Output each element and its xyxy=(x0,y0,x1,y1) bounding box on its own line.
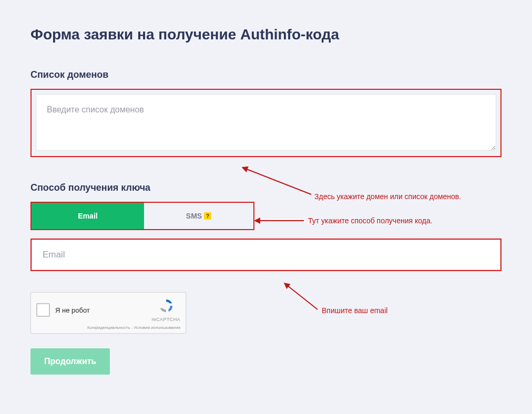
recaptcha-widget: Я не робот reCAPTCHA Конфиденциальность … xyxy=(30,292,186,334)
tab-sms[interactable]: SMS ? xyxy=(144,203,253,229)
method-tabs-highlight: Email SMS ? xyxy=(30,202,254,230)
submit-button[interactable]: Продолжить xyxy=(30,348,110,375)
domains-textarea[interactable] xyxy=(36,94,496,151)
domains-label: Список доменов xyxy=(30,69,502,80)
help-icon[interactable]: ? xyxy=(204,212,211,220)
recaptcha-icon xyxy=(158,298,175,314)
tab-email-label: Email xyxy=(78,212,97,220)
email-input[interactable] xyxy=(32,240,500,270)
annotation-domains: Здесь укажите домен или список доменов. xyxy=(314,192,461,201)
recaptcha-brand: reCAPTCHA xyxy=(151,317,180,322)
domains-textarea-highlight xyxy=(30,89,502,157)
recaptcha-label: Я не робот xyxy=(55,306,90,314)
tab-sms-label: SMS xyxy=(186,212,202,220)
page-title: Форма заявки на получение Authinfo-кода xyxy=(30,26,502,43)
method-tabs: Email SMS ? xyxy=(32,203,253,229)
annotation-email: Впишите ваш email xyxy=(322,306,387,315)
annotation-method: Тут укажите способ получения кода. xyxy=(308,216,433,225)
email-input-highlight xyxy=(30,239,502,271)
method-label: Способ получения ключа xyxy=(30,182,502,193)
recaptcha-terms: Конфиденциальность - Условия использован… xyxy=(36,325,180,330)
tab-email[interactable]: Email xyxy=(32,203,144,229)
recaptcha-checkbox[interactable] xyxy=(36,303,50,317)
